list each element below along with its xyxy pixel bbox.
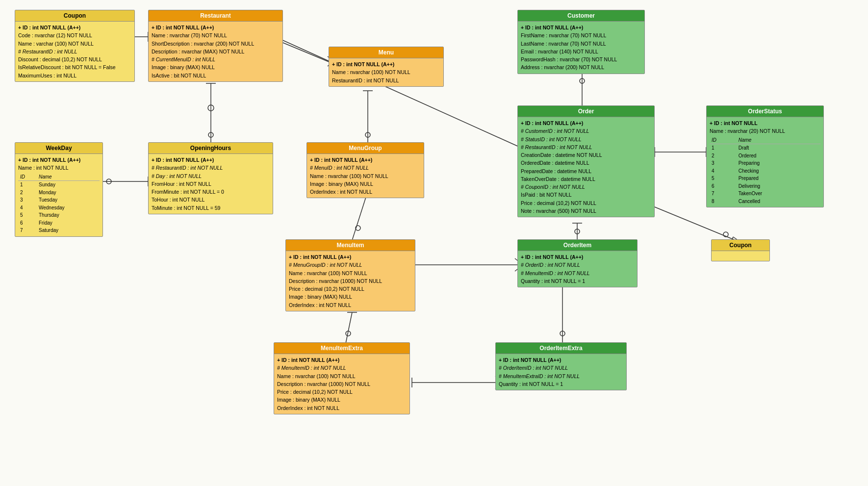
field: FirstName : nvarchar (70) NOT NULL: [521, 31, 641, 39]
entity-menu-group-header: MenuGroup: [307, 143, 424, 154]
field: + ID : int NOT NULL: [710, 119, 820, 127]
entity-order-item: OrderItem + ID : int NOT NULL (A++) # Or…: [517, 239, 638, 287]
entity-coupon-top-header: Coupon: [15, 10, 134, 22]
field: Note : nvarchar (500) NOT NULL: [521, 207, 651, 215]
field: # Day : int NOT NULL: [152, 172, 270, 180]
entity-coupon-bottom: Coupon: [711, 239, 770, 261]
field: Description : nvarchar (1000) NOT NULL: [289, 277, 412, 285]
field: # MenuItemExtraID : int NOT NULL: [499, 372, 623, 380]
entity-order-item-extra: OrderItemExtra + ID : int NOT NULL (A++)…: [495, 342, 627, 390]
field: Price : decimal (10,2) NOT NULL: [277, 388, 407, 396]
entity-customer-header: Customer: [518, 10, 644, 22]
field: Name : nvarchar (20) NOT NULL: [710, 127, 820, 135]
svg-point-57: [560, 331, 565, 336]
entity-menu: Menu + ID : int NOT NULL (A++) Name : nv…: [329, 47, 444, 87]
field: Name : int NOT NULL: [18, 164, 100, 172]
field: Address : nvarchar (200) NOT NULL: [521, 63, 641, 71]
field: Name : nvarchar (100) NOT NULL: [289, 269, 412, 277]
field: # MenuItemID : int NOT NULL: [521, 269, 634, 277]
field: IsActive : bit NOT NULL: [152, 72, 280, 79]
field: IsPaid : bit NOT NULL: [521, 191, 651, 199]
entity-order-status: OrderStatus + ID : int NOT NULL Name : n…: [706, 105, 824, 207]
entity-menu-item-body: + ID : int NOT NULL (A++) # MenuGroupID …: [286, 251, 415, 311]
entity-restaurant-body: + ID : int NOT NULL (A++) Name : nvarcha…: [149, 22, 282, 81]
field: # MenuGroupID : int NOT NULL: [289, 261, 412, 269]
field: TakenOverDate : datetime NULL: [521, 175, 651, 183]
field: # CouponID : int NOT NULL: [521, 183, 651, 191]
field: # MenuID : int NOT NULL: [310, 164, 421, 172]
entity-menu-item-header: MenuItem: [286, 240, 415, 251]
svg-line-41: [652, 206, 736, 240]
field: IsRelativeDiscount : bit NOT NULL = Fals…: [18, 63, 131, 71]
field: Name : nvarchar (100) NOT NULL: [332, 68, 440, 76]
field: CreationDate : datetime NOT NULL: [521, 151, 651, 159]
field: Name : nvarchar (100) NOT NULL: [277, 372, 407, 380]
svg-point-59: [208, 105, 214, 111]
field: PreparedDate : datetime NULL: [521, 167, 651, 175]
field: Price : decimal (10,2) NOT NULL: [289, 285, 412, 293]
entity-weekday: WeekDay + ID : int NOT NULL (A++) Name :…: [15, 142, 103, 237]
field: # RestaurantID : int NULL: [18, 48, 131, 55]
field: OrderIndex : int NOT NULL: [310, 188, 421, 196]
field: ShortDescription : nvarchar (200) NOT NU…: [152, 40, 280, 48]
field: Name : nvarchar (70) NOT NULL: [152, 31, 280, 39]
svg-line-46: [346, 312, 352, 343]
field: OrderIndex : int NOT NULL: [277, 404, 407, 412]
field: # StatusID : int NOT NULL: [521, 135, 651, 143]
entity-menu-item: MenuItem + ID : int NOT NULL (A++) # Men…: [285, 239, 415, 311]
entity-order-status-body: + ID : int NOT NULL Name : nvarchar (20)…: [707, 117, 823, 207]
field: FromMinute : int NOT NULL = 0: [152, 188, 270, 196]
entity-menu-body: + ID : int NOT NULL (A++) Name : nvarcha…: [329, 58, 443, 86]
field: PasswordHash : nvarchar (70) NOT NULL: [521, 55, 641, 63]
field: Name : varchar (100) NOT NULL: [18, 40, 131, 48]
field: + ID : int NOT NULL (A++): [152, 156, 270, 164]
field: + ID : int NOT NULL (A++): [521, 119, 651, 127]
field: LastName : nvarchar (70) NOT NULL: [521, 40, 641, 48]
entity-order-item-body: + ID : int NOT NULL (A++) # OrderID : in…: [518, 251, 637, 287]
entity-menu-item-extra: MenuItemExtra + ID : int NOT NULL (A++) …: [274, 342, 410, 414]
entity-opening-hours-header: OpeningHours: [149, 143, 273, 154]
svg-line-20: [352, 191, 368, 240]
svg-point-32: [575, 229, 580, 234]
field: + ID : int NOT NULL (A++): [18, 156, 100, 164]
entity-opening-hours-body: + ID : int NOT NULL (A++) # RestaurantID…: [149, 154, 273, 214]
entity-customer: Customer + ID : int NOT NULL (A++) First…: [517, 10, 645, 74]
field: Image : binary (MAX) NULL: [289, 293, 412, 301]
entity-coupon-top-body: + ID : int NOT NULL (A++) Code : nvarcha…: [15, 22, 134, 81]
entity-menu-item-extra-body: + ID : int NOT NULL (A++) # MenuItemID :…: [274, 354, 409, 414]
field: + ID : int NOT NULL (A++): [332, 60, 440, 68]
entity-order: Order + ID : int NOT NULL (A++) # Custom…: [517, 105, 655, 217]
field: # CustomerID : int NOT NULL: [521, 127, 651, 135]
field: + ID : int NOT NULL (A++): [152, 24, 280, 31]
svg-point-14: [106, 179, 111, 184]
svg-point-42: [723, 232, 728, 237]
field: ToHour : int NOT NULL: [152, 196, 270, 204]
entity-order-status-header: OrderStatus: [707, 106, 823, 117]
field: + ID : int NOT NULL (A++): [277, 356, 407, 364]
svg-point-36: [580, 78, 585, 83]
entity-coupon-bottom-header: Coupon: [712, 240, 769, 251]
entity-menu-header: Menu: [329, 47, 443, 58]
field: # RestaurantID : int NOT NULL: [152, 164, 270, 172]
field: ToMinute : int NOT NULL = 59: [152, 204, 270, 212]
entity-menu-group: MenuGroup + ID : int NOT NULL (A++) # Me…: [306, 142, 424, 198]
field: + ID : int NOT NULL (A++): [18, 24, 131, 31]
entity-opening-hours: OpeningHours + ID : int NOT NULL (A++) #…: [148, 142, 273, 214]
field: Quantity : int NOT NULL = 1: [499, 380, 623, 388]
entity-customer-body: + ID : int NOT NULL (A++) FirstName : nv…: [518, 22, 644, 74]
field: Description : nvarchar (MAX) NOT NULL: [152, 48, 280, 55]
field: Price : decimal (10,2) NOT NULL: [521, 199, 651, 207]
field: Image : binary (MAX) NULL: [152, 63, 280, 71]
field: # RestaurantID : int NOT NULL: [521, 143, 651, 151]
field: + ID : int NOT NULL (A++): [310, 156, 421, 164]
field: Email : nvarchar (140) NOT NULL: [521, 48, 641, 55]
entity-coupon-top: Coupon + ID : int NOT NULL (A++) Code : …: [15, 10, 135, 82]
svg-point-9: [208, 132, 213, 137]
svg-point-48: [346, 331, 351, 336]
entity-menu-group-body: + ID : int NOT NULL (A++) # MenuID : int…: [307, 154, 424, 198]
entity-menu-item-extra-header: MenuItemExtra: [274, 343, 409, 354]
field: Code : nvarchar (12) NOT NULL: [18, 31, 131, 39]
field: FromHour : int NOT NULL: [152, 180, 270, 188]
weekday-lookup: IDName 1Sunday 2Monday 3Tuesday 4Wednesd…: [18, 173, 100, 234]
entity-order-body: + ID : int NOT NULL (A++) # CustomerID :…: [518, 117, 654, 217]
